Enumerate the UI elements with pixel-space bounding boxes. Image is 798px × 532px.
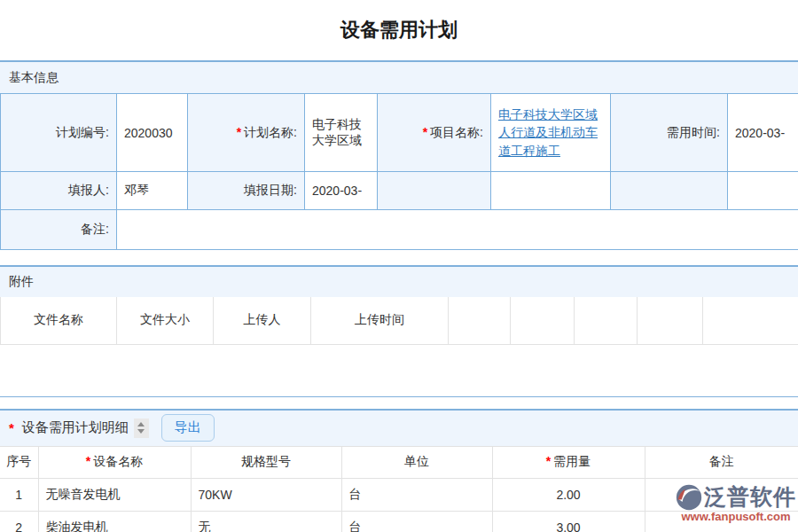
attachments-section-header: 附件: [0, 265, 798, 297]
equipment-remark: [645, 478, 798, 511]
table-row: 2 柴油发电机 无 台 3.00: [0, 511, 798, 532]
attach-col-empty: [638, 297, 703, 344]
empty-label-cell: [378, 172, 491, 210]
attachments-empty-area: [0, 345, 798, 396]
need-time-value: 2020-03-: [728, 94, 798, 172]
page-title: 设备需用计划: [0, 0, 798, 60]
attach-col-empty: [575, 297, 638, 344]
basic-info-section-title: 基本信息: [9, 70, 59, 86]
plan-name-label: *计划名称:: [188, 94, 305, 172]
equipment-unit: 台: [341, 478, 492, 511]
equipment-spec: 无: [191, 511, 341, 532]
project-name-link[interactable]: 电子科技大学区域人行道及非机动车道工程施工: [498, 107, 598, 158]
details-header-row: 序号 *设备名称 规格型号 单位 *需用量 备注: [0, 446, 798, 478]
required-asterisk: *: [86, 454, 90, 468]
required-asterisk: *: [546, 454, 551, 468]
row-index: 1: [0, 478, 38, 511]
required-asterisk: *: [423, 125, 427, 139]
attach-col-filename: 文件名称: [1, 297, 117, 344]
attach-col-empty: [449, 297, 511, 344]
details-section-title: 设备需用计划明细: [22, 419, 129, 436]
collapse-spinner-control[interactable]: [134, 419, 149, 438]
equipment-qty: 3.00: [492, 511, 645, 532]
detail-col-equipment-name: *设备名称: [38, 446, 191, 478]
basic-info-section-header: 基本信息: [0, 60, 798, 93]
plan-name-value: 电子科技大学区域: [305, 94, 378, 172]
equipment-name: 柴油发电机: [38, 511, 191, 532]
fill-date-value: 2020-03-: [305, 172, 378, 210]
attach-col-empty: [511, 297, 575, 344]
plan-no-value: 2020030: [117, 94, 188, 172]
empty-value-cell: [491, 172, 611, 210]
basic-info-table: 计划编号: 2020030 *计划名称: 电子科技大学区域 *项目名称: 电子科…: [0, 93, 798, 250]
details-section: * 设备需用计划明细 导出 序号 *设备名称 规格型号 单位 *需用量 备注 1…: [0, 409, 798, 532]
detail-col-spec: 规格型号: [191, 446, 341, 478]
empty-value-cell: [728, 172, 798, 210]
equipment-spec: 70KW: [191, 478, 341, 511]
project-name-label: *项目名称:: [378, 94, 491, 172]
attach-col-empty: [703, 297, 798, 344]
basic-info-row-1: 计划编号: 2020030 *计划名称: 电子科技大学区域 *项目名称: 电子科…: [1, 94, 798, 172]
attach-col-uploadtime: 上传时间: [311, 297, 449, 344]
detail-col-index: 序号: [0, 446, 38, 478]
remark-label: 备注:: [1, 210, 117, 250]
chevron-down-icon: [137, 429, 145, 434]
required-asterisk: *: [237, 125, 241, 139]
equipment-qty: 2.00: [492, 478, 645, 511]
plan-no-label: 计划编号:: [1, 94, 117, 172]
export-button[interactable]: 导出: [161, 414, 215, 442]
detail-col-remark: 备注: [645, 446, 798, 478]
row-index: 2: [0, 511, 38, 532]
detail-col-qty: *需用量: [492, 446, 645, 478]
attachments-header-row: 文件名称 文件大小 上传人 上传时间: [1, 297, 798, 344]
table-row: 1 无噪音发电机 70KW 台 2.00: [0, 478, 798, 511]
fill-date-label: 填报日期:: [188, 172, 305, 210]
equipment-name: 无噪音发电机: [38, 478, 191, 511]
equipment-remark: [645, 511, 798, 532]
preparer-value: 邓琴: [117, 172, 188, 210]
basic-info-section: 基本信息 计划编号: 2020030 *计划名称: 电子科技大学区域 *项目名称…: [0, 60, 798, 250]
need-time-label: 需用时间:: [611, 94, 728, 172]
attach-col-uploader: 上传人: [214, 297, 311, 344]
attachments-table: 文件名称 文件大小 上传人 上传时间: [0, 297, 798, 345]
empty-label-cell: [611, 172, 728, 210]
attachments-section-title: 附件: [9, 274, 34, 290]
project-name-cell: 电子科技大学区域人行道及非机动车道工程施工: [491, 94, 611, 172]
details-table: 序号 *设备名称 规格型号 单位 *需用量 备注 1 无噪音发电机 70KW 台…: [0, 446, 798, 532]
details-section-header: * 设备需用计划明细 导出: [0, 409, 798, 446]
detail-col-unit: 单位: [341, 446, 492, 478]
basic-info-row-2: 填报人: 邓琴 填报日期: 2020-03-: [1, 172, 798, 210]
chevron-up-icon: [137, 422, 145, 426]
equipment-unit: 台: [341, 511, 492, 532]
preparer-label: 填报人:: [1, 172, 117, 210]
attachments-section: 附件 文件名称 文件大小 上传人 上传时间: [0, 265, 798, 397]
attach-col-filesize: 文件大小: [117, 297, 214, 344]
required-asterisk: *: [9, 420, 14, 435]
basic-info-row-3: 备注:: [1, 210, 798, 250]
remark-value: [117, 210, 798, 250]
